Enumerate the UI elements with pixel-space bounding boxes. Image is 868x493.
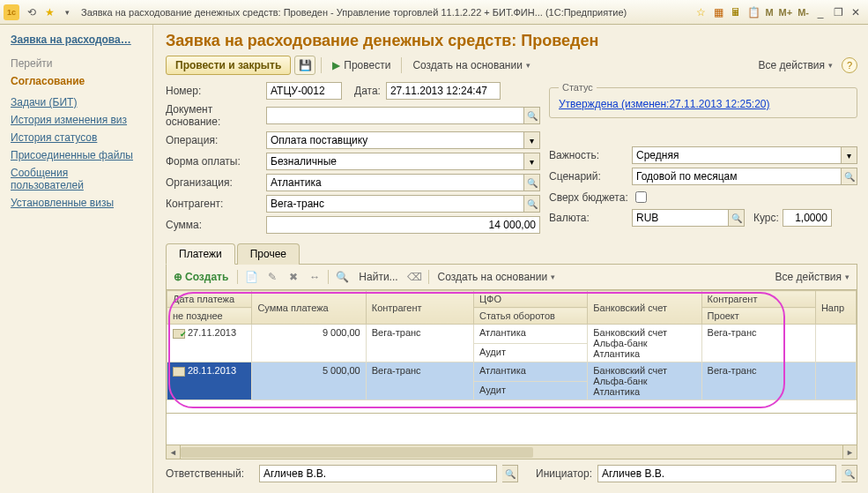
col-dir[interactable]: Напр — [815, 291, 856, 325]
table-row-selected[interactable]: 28.11.2013 5 000,00 Вега-транс Атлантика… — [167, 362, 857, 382]
grid-all-actions-label: Все действия — [775, 271, 842, 283]
overbudget-checkbox[interactable] — [635, 191, 647, 203]
table-row[interactable]: 27.11.2013 9 000,00 Вега-транс Атлантика… — [167, 325, 857, 344]
status-link[interactable]: Утверждена (изменен:27.11.2013 12:25:20) — [559, 98, 770, 110]
col-counter2[interactable]: Контрагент — [701, 291, 815, 308]
col-date[interactable]: Дата платежа — [167, 291, 252, 308]
tab-other[interactable]: Прочее — [237, 243, 300, 265]
grid-all-actions-button[interactable]: Все действия▾ — [770, 268, 855, 286]
scroll-right-icon[interactable]: ► — [842, 445, 857, 459]
operation-dd-icon[interactable]: ▾ — [524, 131, 540, 149]
save-icon[interactable]: 💾 — [294, 56, 315, 75]
restore-icon[interactable]: ❐ — [831, 5, 845, 19]
grid-hscroll[interactable]: ◄ ► — [166, 445, 857, 459]
memory-mminus-button[interactable]: M- — [795, 7, 812, 18]
org-select-icon[interactable]: 🔍 — [524, 174, 540, 191]
back-icon[interactable]: ⟲ — [25, 5, 39, 19]
dropdown-icon[interactable]: ▾ — [60, 5, 74, 19]
calc-icon[interactable]: 🖩 — [729, 5, 743, 19]
basis-input[interactable] — [266, 107, 524, 124]
sidebar-link-attached[interactable]: Присоединенные файлы — [0, 146, 152, 164]
tab-payments[interactable]: Платежи — [166, 243, 235, 265]
favorite-icon[interactable]: ★ — [42, 5, 56, 19]
col-article[interactable]: Статья оборотов — [473, 308, 587, 325]
cell-sum: 5 000,00 — [252, 362, 366, 400]
initiator-label: Инициатор: — [536, 467, 592, 480]
page-title: Заявка на расходование денежных средств:… — [166, 32, 857, 50]
org-input[interactable] — [266, 174, 524, 191]
scenario-input[interactable] — [632, 168, 842, 185]
grid-icon[interactable]: ▦ — [711, 5, 725, 19]
col-bank[interactable]: Банковский счет — [588, 291, 701, 325]
col-counter[interactable]: Контрагент — [366, 291, 473, 325]
post-button[interactable]: ▶Провести — [327, 56, 396, 74]
window-titlebar: 1c ⟲ ★ ▾ Заявка на расходование денежных… — [0, 0, 868, 25]
minimize-icon[interactable]: _ — [813, 5, 827, 19]
sidebar-go-label: Перейти — [0, 55, 152, 72]
currency-select-icon[interactable]: 🔍 — [729, 209, 745, 227]
close-icon[interactable]: ✕ — [849, 5, 863, 19]
responsible-input[interactable] — [259, 465, 497, 482]
star2-icon[interactable]: ☆ — [694, 5, 708, 19]
importance-dd-icon[interactable]: ▾ — [842, 146, 857, 164]
col-cfo[interactable]: ЦФО — [473, 291, 587, 308]
basis-select-icon[interactable]: 🔍 — [524, 107, 540, 124]
overbudget-label: Сверх бюджета: — [549, 191, 632, 204]
sidebar-link-messages[interactable]: Сообщения пользователей — [0, 164, 152, 194]
grid-clear-search-icon[interactable]: ⌫ — [405, 268, 425, 286]
rate-input[interactable] — [783, 209, 832, 227]
grid-find-button[interactable]: Найти... — [353, 268, 403, 286]
tabs: Платежи Прочее — [166, 243, 857, 265]
window-title: Заявка на расходование денежных средств:… — [81, 7, 692, 18]
currency-input[interactable] — [632, 209, 729, 227]
date-input[interactable] — [386, 82, 501, 100]
payform-input[interactable] — [266, 153, 524, 170]
payments-table[interactable]: Дата платежа Сумма платежа Контрагент ЦФ… — [167, 290, 857, 400]
grid-copy-icon[interactable]: 📄 — [241, 268, 261, 286]
scroll-left-icon[interactable]: ◄ — [167, 445, 181, 459]
grid-expand-icon[interactable]: ↔ — [305, 268, 324, 286]
status-legend: Статус — [559, 82, 597, 93]
calendar-icon[interactable]: 📋 — [746, 5, 760, 19]
payform-dd-icon[interactable]: ▾ — [524, 153, 540, 170]
operation-input[interactable] — [266, 131, 524, 149]
scroll-thumb[interactable] — [181, 447, 533, 458]
sidebar-doc-link[interactable]: Заявка на расходова… — [0, 30, 152, 49]
sidebar-link-visas[interactable]: Установленные визы — [0, 194, 152, 212]
operation-label: Операция: — [166, 134, 266, 146]
importance-input[interactable] — [632, 146, 842, 164]
payform-label: Форма оплаты: — [166, 155, 266, 168]
number-label: Номер: — [166, 85, 266, 97]
grid-search-icon[interactable]: 🔍 — [332, 268, 352, 286]
grid-create-label: Создать — [185, 271, 228, 283]
number-input[interactable] — [266, 82, 342, 100]
sum-input[interactable] — [266, 216, 540, 234]
initiator-input[interactable] — [597, 465, 836, 482]
grid-edit-icon[interactable]: ✎ — [263, 268, 282, 286]
counter-input[interactable] — [266, 195, 524, 213]
grid-create-based-button[interactable]: Создать на основании▾ — [433, 268, 561, 286]
col-date2[interactable]: не позднее — [167, 308, 252, 325]
scenario-select-icon[interactable]: 🔍 — [842, 168, 857, 185]
sidebar-link-tasks[interactable]: Задачи (БИТ) — [0, 93, 152, 111]
sidebar: Заявка на расходова… Перейти Согласовани… — [0, 25, 153, 493]
grid-delete-icon[interactable]: ✖ — [284, 268, 303, 286]
counter-label: Контрагент: — [166, 198, 266, 210]
memory-mplus-button[interactable]: M+ — [776, 7, 796, 18]
initiator-select-icon[interactable]: 🔍 — [842, 465, 857, 482]
col-project[interactable]: Проект — [701, 308, 815, 325]
sidebar-link-status-history[interactable]: История статусов — [0, 129, 152, 146]
responsible-select-icon[interactable]: 🔍 — [502, 465, 518, 482]
memory-m-button[interactable]: M — [762, 7, 775, 18]
grid-create-button[interactable]: ⊕Создать — [168, 269, 234, 285]
post-and-close-button[interactable]: Провести и закрыть — [166, 56, 291, 75]
sidebar-link-visa-history[interactable]: История изменения виз — [0, 111, 152, 129]
create-based-button[interactable]: Создать на основании▾ — [407, 56, 536, 74]
help-icon[interactable]: ? — [842, 57, 857, 73]
table-empty-area — [166, 414, 857, 445]
col-sum[interactable]: Сумма платежа — [252, 291, 366, 325]
cell-counter: Вега-транс — [366, 362, 473, 400]
sidebar-approval[interactable]: Согласование — [0, 72, 152, 90]
counter-select-icon[interactable]: 🔍 — [524, 195, 540, 213]
all-actions-button[interactable]: Все действия▾ — [753, 56, 838, 74]
